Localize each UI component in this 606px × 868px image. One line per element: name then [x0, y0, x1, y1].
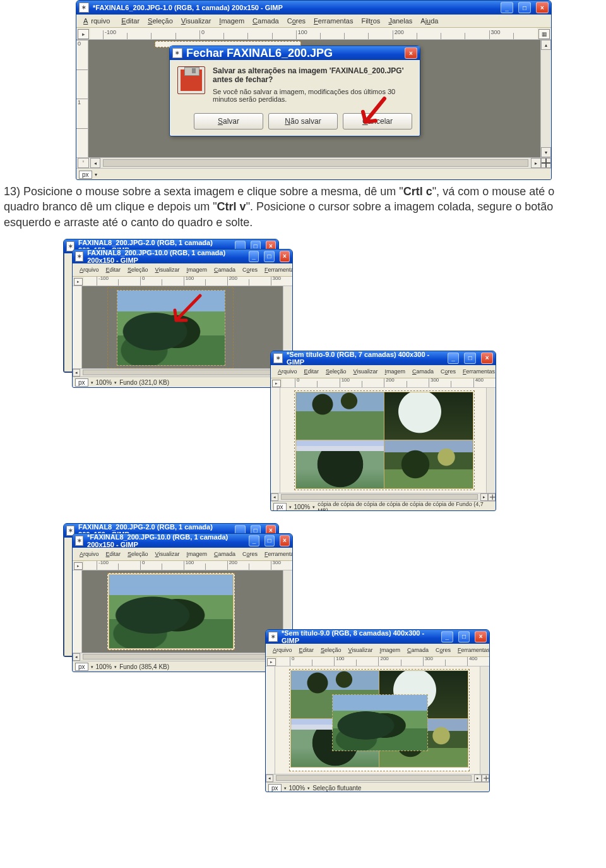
- dialog-close-button[interactable]: ×: [405, 47, 417, 59]
- scroll-right-button[interactable]: ▸: [531, 158, 541, 168]
- nav-toggle-icon[interactable]: ▸: [74, 278, 83, 286]
- save-icon: [177, 66, 205, 94]
- statusbar: px ▾: [76, 168, 551, 180]
- window-title: *FAXINAL8_200.JPG-10.0 (RGB, 1 camada) 2…: [87, 533, 240, 548]
- menu-camada[interactable]: Camada: [249, 16, 282, 26]
- menu-selecao[interactable]: Seleção: [145, 16, 176, 26]
- status-text: Fundo (321,0 KB): [119, 379, 169, 386]
- gimp-window-d: ✶*Sem título-9.0 (RGB, 8 camadas) 400x30…: [265, 629, 490, 792]
- canvas[interactable]: [275, 666, 480, 774]
- gimp-icon: ✶: [172, 48, 182, 58]
- floating-selection[interactable]: [332, 694, 428, 751]
- menu-editar[interactable]: Editar: [118, 16, 143, 26]
- scroll-left-button[interactable]: ◂: [90, 158, 100, 168]
- menu-ferramentas[interactable]: Ferramentas: [311, 16, 356, 26]
- canvas[interactable]: [280, 388, 486, 493]
- collage-img-3: [295, 440, 385, 489]
- red-arrow-annotation: [167, 292, 205, 330]
- collage-img-1: [295, 392, 385, 441]
- quickmask-toggle-icon[interactable]: ▫: [78, 158, 89, 168]
- scrollbar-horizontal[interactable]: ▫ ◂ ▸: [76, 157, 551, 168]
- menu-filtros[interactable]: Filtros: [358, 16, 383, 26]
- gimp-window-c-front: ✶*FAXINAL8_200.JPG-10.0 (RGB, 1 camada) …: [72, 533, 293, 672]
- close-button[interactable]: ×: [536, 2, 549, 13]
- titlebar[interactable]: ✶ *FAXINAL6_200.JPG-1.0 (RGB, 1 camada) …: [76, 1, 551, 15]
- gimp-window-b: ✶*Sem título-9.0 (RGB, 7 camadas) 400x30…: [270, 351, 496, 511]
- ruler-vertical: 0 1: [76, 40, 88, 157]
- collage-img-2: [384, 392, 473, 441]
- window-title: *Sem título-9.0 (RGB, 8 camadas) 400x300…: [282, 629, 432, 644]
- gimp-icon: ✶: [75, 536, 83, 546]
- statusbar: px▾ 100%▾ Fundo (321,0 KB): [73, 377, 292, 388]
- gimp-icon: ✶: [79, 3, 89, 13]
- menu-cores[interactable]: Cores: [284, 16, 309, 26]
- menu-arquivo[interactable]: Arquivo: [80, 16, 116, 26]
- menubar[interactable]: ArquivoEditarSeleçãoVisualizarImagemCama…: [73, 263, 292, 277]
- scroll-up-button[interactable]: ▴: [541, 40, 551, 50]
- menu-janelas[interactable]: Janelas: [385, 16, 415, 26]
- red-arrow-annotation: [353, 95, 391, 133]
- close-button[interactable]: ×: [481, 353, 493, 364]
- collage-img-4: [384, 440, 473, 489]
- gimp-icon: ✶: [268, 632, 278, 642]
- window-title: *FAXINAL6_200.JPG-1.0 (RGB, 1 camada) 20…: [93, 4, 283, 11]
- dialog-question: Salvar as alterações na imagem 'FAXINAL6…: [213, 66, 412, 84]
- ruler-horizontal: -100 0 100 200 300: [90, 28, 537, 40]
- canvas[interactable]: [82, 286, 283, 368]
- gimp-icon: ✶: [273, 353, 283, 363]
- maximize-button[interactable]: □: [264, 251, 274, 262]
- save-button[interactable]: Salvar: [194, 113, 263, 130]
- zoom-label: 100%: [96, 379, 112, 386]
- instruction-text: 13) Posicione o mouse sobre a sexta imag…: [4, 184, 591, 230]
- menu-imagem[interactable]: Imagem: [216, 16, 247, 26]
- minimize-button[interactable]: _: [448, 353, 460, 364]
- gimp-icon: ✶: [75, 251, 83, 262]
- close-button[interactable]: ×: [280, 251, 290, 262]
- window-title: *Sem título-9.0 (RGB, 7 camadas) 400x300…: [287, 351, 438, 366]
- minimize-button[interactable]: _: [249, 251, 259, 262]
- moved-image[interactable]: [109, 574, 234, 649]
- dialog-titlebar[interactable]: ✶ Fechar FAXINAL6_200.JPG ×: [170, 46, 420, 60]
- menubar[interactable]: Arquivo Editar Seleção Visualizar Imagem…: [76, 15, 551, 28]
- menu-ajuda[interactable]: Ajuda: [417, 16, 441, 26]
- scroll-down-button[interactable]: ▾: [541, 147, 551, 157]
- menu-visualizar[interactable]: Visualizar: [178, 16, 215, 26]
- quick-mask-icon[interactable]: ▦: [538, 29, 550, 39]
- unit-dropdown-icon[interactable]: ▾: [95, 172, 97, 178]
- window-title: FAXINAL8_200.JPG-10.0 (RGB, 1 camada) 20…: [87, 249, 240, 264]
- nav-toggle-icon[interactable]: ▸: [78, 29, 89, 39]
- dont-save-button[interactable]: Não salvar: [268, 113, 338, 130]
- minimize-button[interactable]: _: [501, 2, 513, 13]
- maximize-button[interactable]: □: [464, 353, 476, 364]
- canvas[interactable]: [82, 570, 283, 653]
- unit-select[interactable]: px: [75, 378, 88, 387]
- maximize-button[interactable]: □: [518, 2, 531, 13]
- dialog-title: Fechar FAXINAL6_200.JPG: [186, 47, 333, 60]
- nav-pan-icon[interactable]: [541, 158, 551, 168]
- close-dialog: ✶ Fechar FAXINAL6_200.JPG × Salvar as al…: [169, 45, 420, 136]
- gimp-window-a-front: ✶FAXINAL8_200.JPG-10.0 (RGB, 1 camada) 2…: [72, 249, 293, 388]
- unit-select[interactable]: px: [79, 171, 92, 179]
